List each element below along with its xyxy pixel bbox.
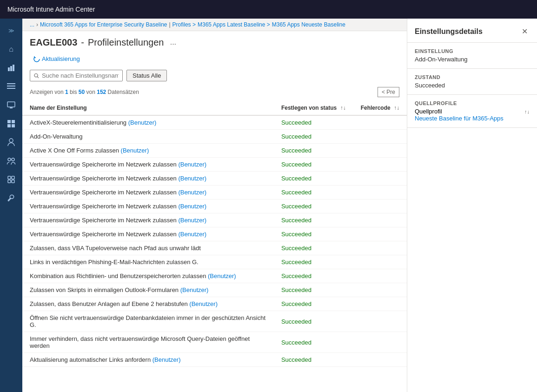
breadcrumb: ... › Microsoft 365 Apps for Enterprise … xyxy=(22,19,407,31)
setting-user-tag: (Benutzer) xyxy=(121,147,149,154)
setting-user-tag: (Benutzer) xyxy=(178,231,206,238)
setting-status-cell: Succeeded xyxy=(274,227,353,241)
svg-rect-0 xyxy=(8,67,10,71)
details-einstellung-label: EINSTELLUNG xyxy=(415,48,530,54)
table-row[interactable]: Links in verdächtigen Phishing-E-Mail-Na… xyxy=(22,255,407,269)
setting-errorcode-cell xyxy=(353,199,407,213)
svg-rect-7 xyxy=(10,107,13,108)
page-title: EAGLE003 xyxy=(30,37,77,48)
breadcrumb-dots[interactable]: ... xyxy=(30,21,34,28)
details-quellprofile-section: QUELLPROFILE Quellprofil ↑↓ Neueste Base… xyxy=(407,95,537,128)
setting-errorcode-cell xyxy=(353,172,407,186)
sidebar-device-icon[interactable] xyxy=(3,97,20,113)
table-row[interactable]: ActiveX-Steuerelementinitialisierung (Be… xyxy=(22,115,407,130)
table-row[interactable]: Vertrauenswürdige Speicherorte im Netzwe… xyxy=(22,199,407,213)
table-row[interactable]: Vertrauenswürdige Speicherorte im Netzwe… xyxy=(22,213,407,227)
table-header-row: Name der Einstellung Festlegen von statu… xyxy=(22,101,407,115)
sidebar-user-icon[interactable] xyxy=(3,134,20,151)
details-zustand-section: ZUSTAND Succeeded xyxy=(407,69,537,95)
setting-name: Zulassen, dass VBA Tupeloverweise nach P… xyxy=(30,245,201,252)
setting-name: Links in verdächtigen Phishing-E-Mail-Na… xyxy=(30,259,199,266)
col-fehlercode-sort-icon[interactable]: ↑↓ xyxy=(394,105,399,111)
col-festlegen-sort-icon[interactable]: ↑↓ xyxy=(340,105,346,111)
table-row[interactable]: Öffnen Sie nicht vertrauenswürdige Daten… xyxy=(22,311,407,332)
setting-status-cell: Succeeded xyxy=(274,199,353,213)
setting-user-tag: (Benutzer) xyxy=(178,203,206,210)
table-row[interactable]: Active X One Off Forms zulassen (Benutze… xyxy=(22,144,407,158)
setting-errorcode-cell xyxy=(353,283,407,297)
svg-rect-3 xyxy=(7,83,15,84)
table-wrapper: Name der Einstellung Festlegen von statu… xyxy=(22,101,407,392)
table-row[interactable]: Zulassen von Skripts in einmaligen Outlo… xyxy=(22,283,407,297)
table-row[interactable]: Kombination aus Richtlinien- und Benutze… xyxy=(22,269,407,283)
quellprofil-sort-icon[interactable]: ↑↓ xyxy=(524,109,530,114)
record-count: Anzeigen von 1 bis 50 von 152 Datensätze… xyxy=(22,85,407,101)
table-row[interactable]: Zulassen, dass VBA Tupeloverweise nach P… xyxy=(22,241,407,255)
setting-name: Vertrauenswürdige Speicherorte im Netzwe… xyxy=(30,189,206,196)
page-separator: - xyxy=(81,37,84,48)
svg-point-19 xyxy=(34,73,38,77)
page-header: EAGLE003 - Profileinstellungen ... xyxy=(22,31,407,52)
setting-name: Vertrauenswürdige Speicherorte im Netzwe… xyxy=(30,175,206,182)
top-bar: Microsoft Intune Admin Center xyxy=(0,0,537,19)
sidebar-list-icon[interactable] xyxy=(3,78,20,95)
table-row[interactable]: Add-On-Verwaltung Succeeded xyxy=(22,130,407,144)
setting-errorcode-cell xyxy=(353,227,407,241)
sidebar-group-icon[interactable] xyxy=(3,153,20,169)
setting-status-cell: Succeeded xyxy=(274,115,353,130)
quellprofil-value[interactable]: Neueste Baseline für M365-Apps xyxy=(415,115,530,122)
table-row[interactable]: Vertrauenswürdige Speicherorte im Netzwe… xyxy=(22,158,407,172)
sidebar-grid-icon[interactable] xyxy=(3,115,20,132)
page-more-button[interactable]: ... xyxy=(167,37,179,48)
table-row[interactable]: Immer verhindern, dass nicht vertrauensw… xyxy=(22,332,407,353)
setting-status-cell: Succeeded xyxy=(274,255,353,269)
toolbar: Aktualisierung xyxy=(22,52,407,68)
setting-errorcode-cell xyxy=(353,255,407,269)
svg-rect-9 xyxy=(12,120,15,123)
status-filter-button[interactable]: Status Alle xyxy=(126,70,167,81)
setting-user-tag: (Benutzer) xyxy=(128,119,157,126)
table-row[interactable]: Vertrauenswürdige Speicherorte im Netzwe… xyxy=(22,227,407,241)
breadcrumb-neueste[interactable]: M365 Apps Neueste xyxy=(272,21,322,28)
search-input[interactable] xyxy=(42,72,119,79)
col-setting-name: Name der Einstellung xyxy=(22,101,274,115)
svg-rect-17 xyxy=(8,180,11,183)
sidebar-expand-icon[interactable]: ≫ xyxy=(3,22,20,39)
svg-rect-4 xyxy=(7,86,15,86)
setting-name-cell: Add-On-Verwaltung xyxy=(22,130,274,144)
svg-rect-1 xyxy=(10,66,12,71)
setting-user-tag: (Benutzer) xyxy=(178,217,206,224)
sidebar-chart-icon[interactable] xyxy=(3,60,20,76)
sidebar-puzzle-icon[interactable] xyxy=(3,171,20,188)
breadcrumb-final[interactable]: Baseline xyxy=(324,21,345,28)
breadcrumb-baseline[interactable]: Microsoft 365 Apps for Enterprise Securi… xyxy=(40,21,167,28)
content-area: ... › Microsoft 365 Apps for Enterprise … xyxy=(22,19,407,392)
setting-name: Öffnen Sie nicht vertrauenswürdige Daten… xyxy=(30,314,265,328)
breadcrumb-profiles[interactable]: Profiles > xyxy=(172,21,196,28)
setting-status-cell: Succeeded xyxy=(274,130,353,144)
setting-name: Vertrauenswürdige Speicherorte im Netzwe… xyxy=(30,217,206,224)
details-close-button[interactable]: ✕ xyxy=(520,26,530,37)
setting-errorcode-cell xyxy=(353,158,407,172)
setting-errorcode-cell xyxy=(353,115,407,130)
table-row[interactable]: Zulassen, dass Benutzer Anlagen auf Eben… xyxy=(22,297,407,311)
breadcrumb-latest[interactable]: M365 Apps Latest Baseline > xyxy=(198,21,270,28)
setting-errorcode-cell xyxy=(353,269,407,283)
refresh-button[interactable]: Aktualisierung xyxy=(30,53,84,64)
prev-button[interactable]: < Pre xyxy=(378,87,399,97)
search-box[interactable] xyxy=(30,70,123,81)
table-row[interactable]: Aktualisierung automatischer Links anfor… xyxy=(22,353,407,367)
svg-point-13 xyxy=(8,158,11,161)
setting-name: Vertrauenswürdige Speicherorte im Netzwe… xyxy=(30,231,206,238)
table-row[interactable]: Vertrauenswürdige Speicherorte im Netzwe… xyxy=(22,172,407,186)
details-title: Einstellungsdetails xyxy=(415,27,483,36)
col-fehlercode: Fehlercode ↑↓ xyxy=(353,101,407,115)
sidebar-wrench-icon[interactable] xyxy=(3,190,20,206)
main-layout: ≫ ⌂ xyxy=(0,19,537,392)
setting-name: Kombination aus Richtlinien- und Benutze… xyxy=(30,272,236,279)
setting-name-cell: ActiveX-Steuerelementinitialisierung (Be… xyxy=(22,115,274,130)
table-row[interactable]: Vertrauenswürdige Speicherorte im Netzwe… xyxy=(22,186,407,199)
setting-status-cell: Succeeded xyxy=(274,172,353,186)
setting-status-cell: Succeeded xyxy=(274,158,353,172)
sidebar-home-icon[interactable]: ⌂ xyxy=(3,41,20,58)
